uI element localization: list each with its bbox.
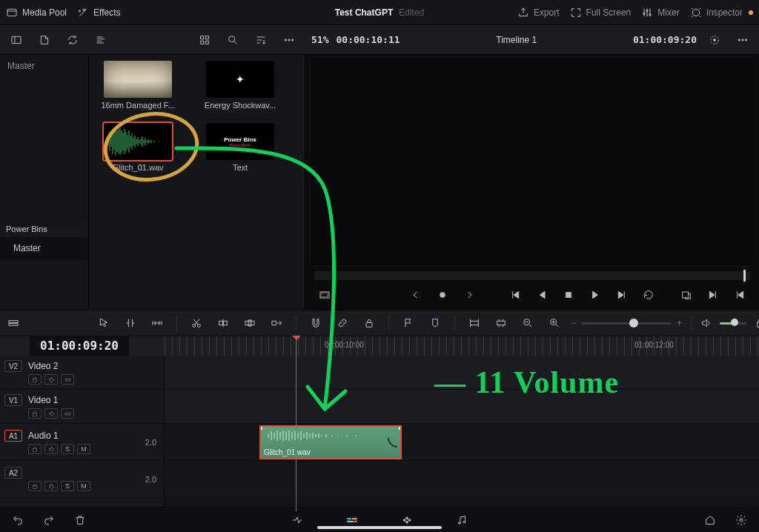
page-fairlight-button[interactable] [451, 510, 472, 531]
svg-rect-0 [7, 9, 16, 16]
timeline-ruler[interactable]: 01:00:10:00 01:00:12:00 01:00:09:20 [0, 336, 759, 356]
inspector-button[interactable]: Inspector [690, 7, 753, 19]
overwrite-clip-button[interactable] [239, 313, 260, 333]
fullscreen-button[interactable]: Full Screen [570, 7, 632, 19]
clip-glitch-wav[interactable]: Glitch_01.wav [93, 123, 182, 176]
clip-16mm-damaged[interactable]: 16mm Damaged F... [93, 61, 182, 114]
source-timecode: 00:00:10:11 [336, 35, 400, 44]
track-header-v1[interactable]: V1Video 1 ◇ ▭ [0, 390, 164, 424]
pool-options-button[interactable] [279, 30, 299, 50]
timeline-clip-glitch[interactable]: Glitch_01.wav [259, 425, 402, 459]
trim-tool[interactable] [120, 313, 141, 333]
delete-button[interactable] [70, 510, 90, 531]
track-display-button[interactable]: ▭ [61, 408, 74, 419]
auto-select-button[interactable]: ◇ [44, 374, 58, 385]
timeline-name[interactable]: Timeline 1 [408, 35, 626, 45]
fade-curve-icon[interactable] [388, 437, 398, 448]
undo-button[interactable] [7, 510, 28, 531]
go-in-button[interactable] [703, 285, 723, 305]
track-index[interactable]: V1 [4, 394, 22, 406]
snap-toggle[interactable] [305, 313, 326, 333]
selection-tool[interactable] [93, 313, 114, 333]
transcribe-button[interactable] [90, 30, 111, 50]
play-reverse-button[interactable] [531, 285, 552, 305]
solo-button[interactable]: S [61, 481, 74, 491]
safe-area-button[interactable] [314, 285, 335, 305]
position-lock-toggle[interactable] [359, 313, 380, 333]
powerbins-header[interactable]: Power Bins [0, 221, 88, 237]
import-media-button[interactable] [34, 30, 55, 50]
clip-energy-shockwave[interactable]: Energy Shockwav... [196, 61, 285, 114]
clip-handle-left[interactable] [259, 425, 262, 430]
auto-select-button[interactable]: ◇ [44, 481, 58, 491]
play-button[interactable] [585, 285, 606, 305]
export-button[interactable]: Export [517, 7, 560, 19]
thumbnail-view-button[interactable] [194, 30, 215, 50]
loop-button[interactable] [638, 285, 659, 305]
record-button[interactable] [432, 285, 453, 305]
effects-toggle[interactable]: Effects [77, 7, 120, 19]
monitor-volume[interactable] [700, 317, 759, 329]
dynamic-trim-tool[interactable] [147, 313, 168, 333]
timeline-view-button[interactable] [7, 313, 19, 333]
viewer-canvas[interactable] [310, 56, 755, 267]
marker-button[interactable] [425, 313, 445, 333]
lock-track-button[interactable] [28, 374, 42, 385]
go-start-button[interactable] [505, 285, 526, 305]
powerbins-master[interactable]: Master [0, 237, 88, 259]
lock-track-button[interactable] [28, 481, 42, 491]
track-display-button[interactable]: ▭ [61, 374, 74, 385]
viewer-zoom[interactable]: 51% [311, 35, 328, 44]
go-end-button[interactable] [611, 285, 632, 305]
auto-select-button[interactable]: ◇ [44, 408, 58, 419]
page-cut-button[interactable] [287, 510, 308, 531]
lock-track-button[interactable] [28, 408, 42, 419]
sort-button[interactable] [251, 30, 271, 50]
zoom-out-button[interactable] [517, 313, 538, 333]
zoom-tool-b[interactable] [491, 313, 511, 333]
lane-a2[interactable] [165, 461, 759, 498]
zoom-slider[interactable]: − + [571, 318, 682, 328]
mute-button[interactable]: M [77, 444, 90, 454]
go-out-button[interactable] [729, 285, 750, 305]
redo-button[interactable] [39, 510, 59, 531]
track-header-a1[interactable]: A1Audio 1 ◇ S M 2.0 [0, 424, 164, 461]
search-button[interactable] [222, 30, 243, 50]
track-index[interactable]: A2 [4, 467, 22, 479]
solo-button[interactable]: S [61, 444, 74, 454]
clip-text[interactable]: Power Bins PowerBins Text [196, 123, 285, 176]
lock-track-button[interactable] [28, 444, 42, 454]
svg-rect-65 [366, 322, 372, 327]
sidebar-master-bin[interactable]: Master [0, 55, 88, 77]
svg-rect-56 [9, 321, 18, 323]
zoom-tool-a[interactable] [464, 313, 485, 333]
viewer-scrubber[interactable] [314, 271, 750, 280]
insert-clip-button[interactable] [213, 313, 233, 333]
project-home-button[interactable] [700, 510, 720, 531]
timeline-tc-box[interactable]: 01:00:09:20 [30, 336, 129, 356]
stop-button[interactable] [558, 285, 579, 305]
flag-button[interactable] [398, 313, 419, 333]
mute-button[interactable]: M [77, 481, 90, 491]
replace-clip-button[interactable] [266, 313, 287, 333]
sync-bin-button[interactable] [62, 30, 83, 50]
sidebar-toggle-button[interactable] [6, 30, 27, 50]
mixer-button[interactable]: Mixer [641, 7, 679, 19]
lane-a1[interactable] [165, 424, 759, 461]
svg-rect-61 [224, 321, 228, 325]
blade-tool[interactable] [186, 313, 207, 333]
track-index[interactable]: A1 [4, 430, 22, 442]
track-header-v2[interactable]: V2Video 2 ◇ ▭ [0, 356, 164, 390]
viewer-options-button[interactable] [732, 30, 753, 50]
track-index[interactable]: V2 [4, 360, 22, 372]
next-edit-button[interactable] [459, 285, 480, 305]
zoom-in-button[interactable] [544, 313, 565, 333]
match-frame-button[interactable] [676, 285, 697, 305]
project-settings-button[interactable] [731, 510, 752, 531]
prev-edit-button[interactable] [405, 285, 426, 305]
link-toggle[interactable] [332, 313, 353, 333]
media-pool-toggle[interactable]: Media Pool [6, 7, 67, 19]
track-header-a2[interactable]: A2 ◇ S M 2.0 [0, 461, 164, 498]
bypass-grades-button[interactable] [704, 30, 725, 50]
auto-select-button[interactable]: ◇ [44, 444, 58, 454]
